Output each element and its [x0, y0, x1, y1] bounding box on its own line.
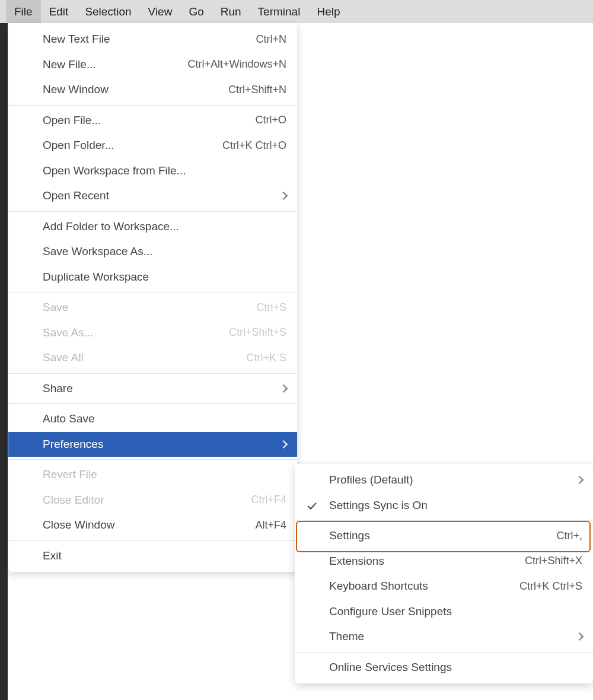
menu-item-label: Save As...: [43, 326, 229, 339]
menu-item-label: Share: [43, 382, 280, 395]
chevron-right-icon: [575, 632, 584, 641]
menu-item-shortcut: Ctrl+S: [256, 301, 286, 314]
file-menu-item-exit[interactable]: Exit: [8, 543, 297, 569]
menu-item-label: Add Folder to Workspace...: [43, 220, 286, 233]
menu-item-label: Duplicate Workspace: [43, 271, 286, 284]
preferences-item-settings-sync-is-on[interactable]: Settings Sync is On: [295, 493, 593, 518]
menu-item-label: Extensions: [329, 555, 525, 568]
file-menu-item-save-all: Save AllCtrl+K S: [8, 345, 297, 371]
menu-item-label: Exit: [43, 549, 286, 562]
menu-item-label: Save Workspace As...: [43, 245, 286, 258]
menu-item-label: Save All: [43, 351, 246, 364]
menu-item-label: Open Recent: [43, 189, 280, 202]
menubar-item-file[interactable]: File: [6, 0, 41, 23]
menu-item-label: Settings: [329, 529, 556, 542]
menu-item-shortcut: Ctrl+Shift+N: [228, 84, 286, 96]
file-menu-item-close-window[interactable]: Close WindowAlt+F4: [8, 513, 297, 538]
menu-item-shortcut: Ctrl+F4: [251, 494, 286, 506]
file-menu-item-new-text-file[interactable]: New Text FileCtrl+N: [8, 27, 297, 52]
menu-item-label: Open Workspace from File...: [43, 164, 286, 177]
menu-separator: [295, 652, 593, 653]
file-menu-item-auto-save[interactable]: Auto Save: [8, 406, 297, 432]
file-menu-item-save: SaveCtrl+S: [8, 295, 297, 320]
menu-item-shortcut: Ctrl+Alt+Windows+N: [187, 58, 286, 71]
menu-separator: [295, 520, 593, 521]
menu-item-label: Online Services Settings: [329, 661, 582, 674]
menubar-item-go[interactable]: Go: [180, 0, 212, 23]
menu-item-label: Auto Save: [43, 412, 286, 425]
preferences-item-keyboard-shortcuts[interactable]: Keyboard ShortcutsCtrl+K Ctrl+S: [295, 574, 593, 599]
menu-item-label: Close Editor: [43, 494, 251, 507]
menu-item-label: Configure User Snippets: [329, 605, 582, 618]
file-menu-item-duplicate-workspace[interactable]: Duplicate Workspace: [8, 265, 297, 290]
menubar-item-edit[interactable]: Edit: [41, 0, 77, 23]
file-menu-item-revert-file: Revert File: [8, 462, 297, 488]
file-menu-item-new-file[interactable]: New File...Ctrl+Alt+Windows+N: [8, 52, 297, 78]
file-menu-item-save-as: Save As...Ctrl+Shift+S: [8, 320, 297, 346]
menu-separator: [8, 211, 297, 212]
file-menu-item-open-recent[interactable]: Open Recent: [8, 183, 297, 209]
menu-item-shortcut: Ctrl+Shift+X: [525, 555, 582, 567]
menu-item-label: Theme: [329, 630, 576, 643]
preferences-item-theme[interactable]: Theme: [295, 624, 593, 650]
menubar-item-run[interactable]: Run: [212, 0, 250, 23]
menu-item-label: Revert File: [43, 468, 286, 481]
menu-item-label: Profiles (Default): [329, 473, 576, 486]
file-menu-item-save-workspace-as[interactable]: Save Workspace As...: [8, 239, 297, 265]
preferences-item-settings[interactable]: SettingsCtrl+,: [295, 523, 593, 549]
file-menu-item-open-file[interactable]: Open File...Ctrl+O: [8, 108, 297, 133]
menubar: File Edit Selection View Go Run Terminal…: [0, 0, 593, 23]
menubar-item-terminal[interactable]: Terminal: [250, 0, 309, 23]
menu-item-shortcut: Ctrl+K Ctrl+S: [519, 580, 582, 593]
preferences-item-configure-user-snippets[interactable]: Configure User Snippets: [295, 599, 593, 625]
menu-item-label: New Window: [43, 83, 228, 96]
menu-item-shortcut: Ctrl+N: [256, 33, 286, 46]
menu-separator: [8, 292, 297, 292]
menu-item-label: Save: [43, 301, 256, 314]
file-menu: New Text FileCtrl+NNew File...Ctrl+Alt+W…: [8, 23, 297, 572]
menubar-item-help[interactable]: Help: [308, 0, 348, 23]
menu-item-label: Settings Sync is On: [329, 499, 582, 512]
menu-item-shortcut: Ctrl+Shift+S: [229, 326, 286, 339]
file-menu-item-share[interactable]: Share: [8, 376, 297, 402]
file-menu-item-add-folder-to-workspace[interactable]: Add Folder to Workspace...: [8, 214, 297, 240]
menu-separator: [8, 459, 297, 460]
chevron-right-icon: [279, 384, 288, 393]
menu-item-shortcut: Ctrl+K S: [246, 352, 286, 364]
menu-separator: [8, 540, 297, 541]
chevron-right-icon: [279, 192, 288, 200]
menubar-item-view[interactable]: View: [140, 0, 181, 23]
menu-item-label: Open File...: [43, 114, 255, 127]
file-menu-item-preferences[interactable]: Preferences: [8, 432, 297, 457]
file-menu-item-close-editor: Close EditorCtrl+F4: [8, 488, 297, 513]
chevron-right-icon: [279, 440, 288, 448]
menu-item-shortcut: Ctrl+O: [255, 114, 286, 126]
menu-item-label: Keyboard Shortcuts: [329, 580, 519, 593]
menu-item-label: Close Window: [43, 518, 255, 532]
menu-item-label: New Text File: [43, 33, 256, 46]
chevron-right-icon: [575, 476, 584, 484]
file-menu-item-open-folder[interactable]: Open Folder...Ctrl+K Ctrl+O: [8, 133, 297, 158]
preferences-submenu: Profiles (Default)Settings Sync is OnSet…: [295, 464, 593, 683]
activity-bar: [0, 23, 8, 700]
menu-separator: [8, 105, 297, 106]
preferences-item-online-services-settings[interactable]: Online Services Settings: [295, 655, 593, 680]
menu-item-shortcut: Ctrl+,: [556, 530, 582, 542]
preferences-item-extensions[interactable]: ExtensionsCtrl+Shift+X: [295, 549, 593, 574]
menu-separator: [8, 373, 297, 374]
file-menu-item-open-workspace-from-file[interactable]: Open Workspace from File...: [8, 158, 297, 184]
menubar-item-selection[interactable]: Selection: [76, 0, 139, 23]
menu-item-label: Open Folder...: [43, 139, 222, 152]
menu-item-label: New File...: [43, 58, 187, 71]
check-icon: [307, 501, 317, 510]
menu-item-label: Preferences: [43, 438, 280, 451]
menu-item-shortcut: Alt+F4: [255, 519, 286, 532]
preferences-item-profiles-default[interactable]: Profiles (Default): [295, 467, 593, 493]
menu-separator: [8, 403, 297, 404]
file-menu-item-new-window[interactable]: New WindowCtrl+Shift+N: [8, 77, 297, 103]
menu-item-shortcut: Ctrl+K Ctrl+O: [222, 139, 286, 152]
